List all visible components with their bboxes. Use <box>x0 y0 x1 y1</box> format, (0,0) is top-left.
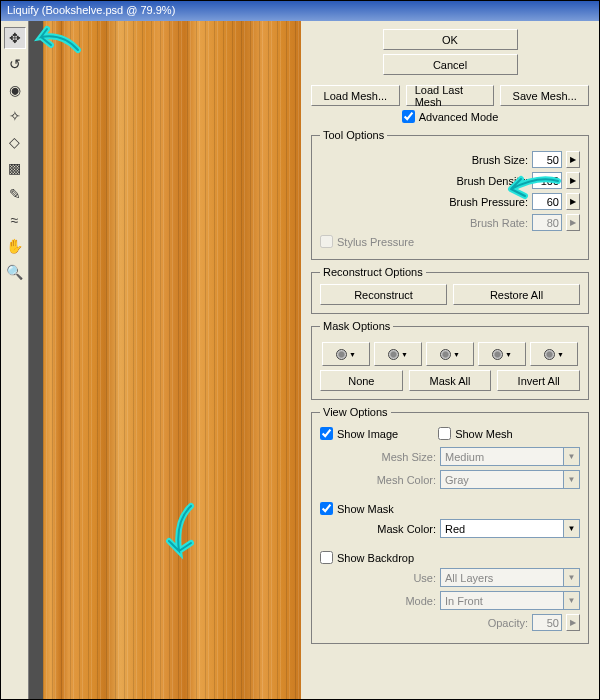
brush-density-input[interactable] <box>532 172 562 189</box>
show-mesh-checkbox[interactable] <box>438 427 451 440</box>
load-mesh-button[interactable]: Load Mesh... <box>311 85 400 106</box>
stylus-pressure-label: Stylus Pressure <box>337 236 414 248</box>
window-titlebar: Liquify (Bookshelve.psd @ 79.9%) <box>1 1 599 21</box>
brush-pressure-stepper[interactable]: ▶ <box>566 193 580 210</box>
tool-options-legend: Tool Options <box>320 129 387 141</box>
advanced-mode-checkbox[interactable] <box>402 110 415 123</box>
reconstruct-options-legend: Reconstruct Options <box>320 266 426 278</box>
mask-mode-3-button[interactable]: ▼ <box>426 342 474 366</box>
mask-mode-1-button[interactable]: ▼ <box>322 342 370 366</box>
show-backdrop-label: Show Backdrop <box>337 552 414 564</box>
view-options-group: View Options Show Image Show Mesh Mesh S… <box>311 406 589 644</box>
freeze-mask-tool-icon[interactable]: ✋ <box>4 235 26 257</box>
mask-options-group: Mask Options ▼ ▼ ▼ ▼ ▼ None Mask All Inv… <box>311 320 589 400</box>
preview-canvas[interactable] <box>29 21 301 699</box>
brush-density-stepper[interactable]: ▶ <box>566 172 580 189</box>
show-image-checkbox[interactable] <box>320 427 333 440</box>
tools-toolbar: ✥ ↺ ◉ ✧ ◇ ▩ ✎ ≈ ✋ 🔍 <box>1 21 29 699</box>
load-last-mesh-button[interactable]: Load Last Mesh <box>406 85 495 106</box>
mesh-size-label: Mesh Size: <box>382 451 436 463</box>
show-mesh-label: Show Mesh <box>455 428 512 440</box>
invert-all-button[interactable]: Invert All <box>497 370 580 391</box>
brush-density-label: Brush Density: <box>456 175 528 187</box>
mask-mode-5-button[interactable]: ▼ <box>530 342 578 366</box>
mask-color-dropdown[interactable]: Red▼ <box>440 519 580 538</box>
mask-all-button[interactable]: Mask All <box>409 370 492 391</box>
restore-all-button[interactable]: Restore All <box>453 284 580 305</box>
bloat-tool-icon[interactable]: ◇ <box>4 131 26 153</box>
reconstruct-tool-icon[interactable]: ↺ <box>4 53 26 75</box>
mask-options-legend: Mask Options <box>320 320 393 332</box>
brush-rate-stepper: ▶ <box>566 214 580 231</box>
thaw-mask-tool-icon[interactable]: 🔍 <box>4 261 26 283</box>
brush-rate-input <box>532 214 562 231</box>
use-label: Use: <box>413 572 436 584</box>
twirl-cw-tool-icon[interactable]: ◉ <box>4 79 26 101</box>
show-backdrop-checkbox[interactable] <box>320 551 333 564</box>
brush-size-stepper[interactable]: ▶ <box>566 151 580 168</box>
mirror-tool-icon[interactable]: ✎ <box>4 183 26 205</box>
mask-none-button[interactable]: None <box>320 370 403 391</box>
forward-warp-tool-icon[interactable]: ✥ <box>4 27 26 49</box>
advanced-mode-label: Advanced Mode <box>419 111 499 123</box>
opacity-stepper: ▶ <box>566 614 580 631</box>
mesh-color-dropdown: Gray▼ <box>440 470 580 489</box>
opacity-label: Opacity: <box>488 617 528 629</box>
turbulence-tool-icon[interactable]: ≈ <box>4 209 26 231</box>
mask-mode-4-button[interactable]: ▼ <box>478 342 526 366</box>
pucker-tool-icon[interactable]: ✧ <box>4 105 26 127</box>
brush-pressure-input[interactable] <box>532 193 562 210</box>
brush-size-label: Brush Size: <box>472 154 528 166</box>
ok-button[interactable]: OK <box>383 29 518 50</box>
opacity-input <box>532 614 562 631</box>
stylus-pressure-checkbox <box>320 235 333 248</box>
mode-dropdown: In Front▼ <box>440 591 580 610</box>
cancel-button[interactable]: Cancel <box>383 54 518 75</box>
wood-texture <box>43 21 301 699</box>
mesh-color-label: Mesh Color: <box>377 474 436 486</box>
brush-pressure-label: Brush Pressure: <box>449 196 528 208</box>
mesh-size-dropdown: Medium▼ <box>440 447 580 466</box>
show-mask-label: Show Mask <box>337 503 394 515</box>
mode-label: Mode: <box>405 595 436 607</box>
tool-options-group: Tool Options Brush Size:▶ Brush Density:… <box>311 129 589 260</box>
mask-color-label: Mask Color: <box>377 523 436 535</box>
reconstruct-button[interactable]: Reconstruct <box>320 284 447 305</box>
mask-mode-2-button[interactable]: ▼ <box>374 342 422 366</box>
use-dropdown: All Layers▼ <box>440 568 580 587</box>
brush-size-input[interactable] <box>532 151 562 168</box>
show-image-label: Show Image <box>337 428 398 440</box>
show-mask-checkbox[interactable] <box>320 502 333 515</box>
liquify-dialog: Liquify (Bookshelve.psd @ 79.9%) ✥ ↺ ◉ ✧… <box>0 0 600 700</box>
options-panel: OK Cancel Load Mesh... Load Last Mesh Sa… <box>301 21 599 699</box>
view-options-legend: View Options <box>320 406 391 418</box>
push-left-tool-icon[interactable]: ▩ <box>4 157 26 179</box>
reconstruct-options-group: Reconstruct Options Reconstruct Restore … <box>311 266 589 314</box>
brush-rate-label: Brush Rate: <box>470 217 528 229</box>
save-mesh-button[interactable]: Save Mesh... <box>500 85 589 106</box>
